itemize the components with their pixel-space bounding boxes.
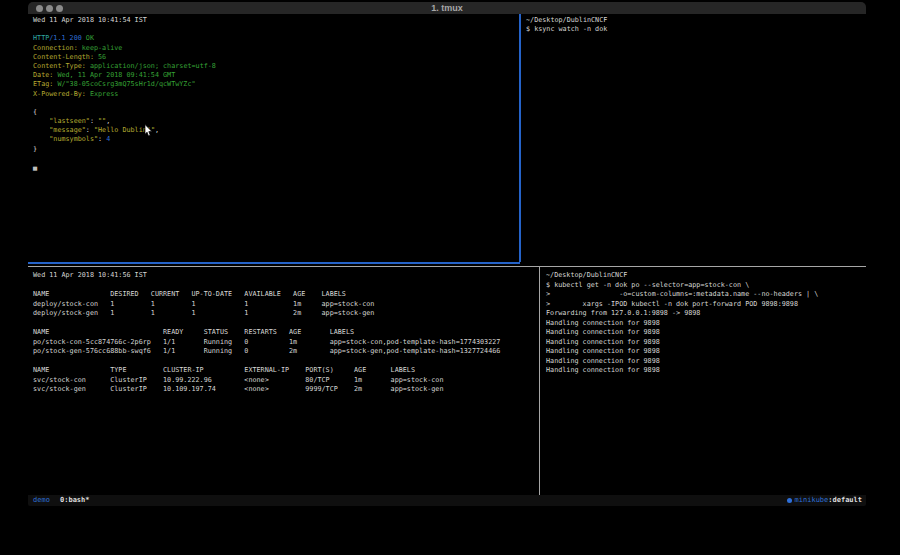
terminal-line: deploy/stock-gen 1 1 1 1 2m app=stock-ge… xyxy=(33,309,544,319)
pane-border-horizontal[interactable] xyxy=(28,266,866,267)
pane-kubectl-get[interactable]: Wed 11 Apr 2018 10:41:56 ISTNAME DESIRED… xyxy=(28,268,544,495)
window-titlebar[interactable]: 1. tmux xyxy=(28,2,866,14)
terminal-line: "numsymbols": 4 xyxy=(33,135,524,144)
terminal-line: X-Powered-By: Express xyxy=(33,90,524,99)
terminal-line: > xargs -IPOD kubectl -n dok port-forwar… xyxy=(546,300,866,310)
pane-border-horizontal-active[interactable] xyxy=(28,262,520,264)
terminal-line: "message": "Hello Dublin!", xyxy=(33,126,524,135)
session-name: demo xyxy=(33,495,50,506)
terminal-line: NAME DESIRED CURRENT UP-TO-DATE AVAILABL… xyxy=(33,290,544,300)
tmux-status-bar: demo 0:bash* minikube:default xyxy=(28,495,866,506)
pane-border-vertical-active[interactable] xyxy=(519,14,521,262)
pane-border-vertical[interactable] xyxy=(539,267,540,495)
terminal-line xyxy=(33,99,524,108)
terminal-line: Connection: keep-alive xyxy=(33,44,524,53)
terminal-line: Wed 11 Apr 2018 10:41:54 IST xyxy=(33,16,524,25)
status-right: minikube:default xyxy=(787,495,862,506)
terminal-line: HTTP/1.1 200 OK xyxy=(33,34,524,43)
terminal-line: } xyxy=(33,145,524,154)
terminal-line: NAME READY STATUS RESTARTS AGE LABELS xyxy=(33,328,544,338)
terminal-line: $ kubectl get -n dok po --selector=app=s… xyxy=(546,281,866,291)
kube-namespace: :default xyxy=(828,495,862,506)
terminal-line: ETag: W/"38-05coCsrg3mQ75sHr1d/qcWTwYZc" xyxy=(33,80,524,89)
pane-port-forward[interactable]: ~/Desktop/DublinCNCF$ kubectl get -n dok… xyxy=(541,268,866,495)
terminal-line: svc/stock-gen ClusterIP 10.109.197.74 <n… xyxy=(33,385,544,395)
pane-ksync-watch[interactable]: ~/Desktop/DublinCNCF$ ksync watch -n dok xyxy=(521,14,866,268)
terminal-area: Wed 11 Apr 2018 10:41:54 ISTHTTP/1.1 200… xyxy=(28,14,866,495)
terminal-line: svc/stock-con ClusterIP 10.99.222.96 <no… xyxy=(33,376,544,386)
terminal-line: deploy/stock-con 1 1 1 1 1m app=stock-co… xyxy=(33,300,544,310)
pane-http-response[interactable]: Wed 11 Apr 2018 10:41:54 ISTHTTP/1.1 200… xyxy=(28,14,524,264)
terminal-line: ▄ xyxy=(33,163,524,172)
terminal-line xyxy=(33,154,524,163)
terminal-line: Handling connection for 9898 xyxy=(546,338,866,348)
terminal-line xyxy=(33,319,544,329)
window-title: 1. tmux xyxy=(28,3,866,13)
terminal-window: 1. tmux Wed 11 Apr 2018 10:41:54 ISTHTTP… xyxy=(28,2,866,506)
terminal-line: Handling connection for 9898 xyxy=(546,357,866,367)
desktop-background: 1. tmux Wed 11 Apr 2018 10:41:54 ISTHTTP… xyxy=(0,0,900,555)
terminal-line: ~/Desktop/DublinCNCF xyxy=(526,16,866,25)
terminal-line: Handling connection for 9898 xyxy=(546,347,866,357)
terminal-line xyxy=(33,25,524,34)
terminal-line: Wed 11 Apr 2018 10:41:56 IST xyxy=(33,271,544,281)
kubernetes-icon xyxy=(787,498,792,503)
terminal-line: po/stock-gen-576cc688bb-swqf6 1/1 Runnin… xyxy=(33,347,544,357)
terminal-line: Handling connection for 9898 xyxy=(546,366,866,376)
terminal-line: Content-Length: 56 xyxy=(33,53,524,62)
terminal-line: > -o=custom-columns=:metadata.name --no-… xyxy=(546,290,866,300)
kube-context: minikube xyxy=(795,495,829,506)
terminal-line: Handling connection for 9898 xyxy=(546,319,866,329)
terminal-line: po/stock-con-5cc874766c-2p6rp 1/1 Runnin… xyxy=(33,338,544,348)
terminal-line: "lastseen": "", xyxy=(33,117,524,126)
terminal-line: Content-Type: application/json; charset=… xyxy=(33,62,524,71)
terminal-line: ~/Desktop/DublinCNCF xyxy=(546,271,866,281)
terminal-line: NAME TYPE CLUSTER-IP EXTERNAL-IP PORT(S)… xyxy=(33,366,544,376)
terminal-line: { xyxy=(33,108,524,117)
terminal-line: $ ksync watch -n dok xyxy=(526,25,866,34)
terminal-line xyxy=(33,281,544,291)
terminal-line: Date: Wed, 11 Apr 2018 09:41:54 GMT xyxy=(33,71,524,80)
active-window-label[interactable]: 0:bash* xyxy=(60,495,90,506)
terminal-line: Handling connection for 9898 xyxy=(546,328,866,338)
terminal-line xyxy=(33,357,544,367)
terminal-line: Forwarding from 127.0.0.1:9898 -> 9898 xyxy=(546,309,866,319)
